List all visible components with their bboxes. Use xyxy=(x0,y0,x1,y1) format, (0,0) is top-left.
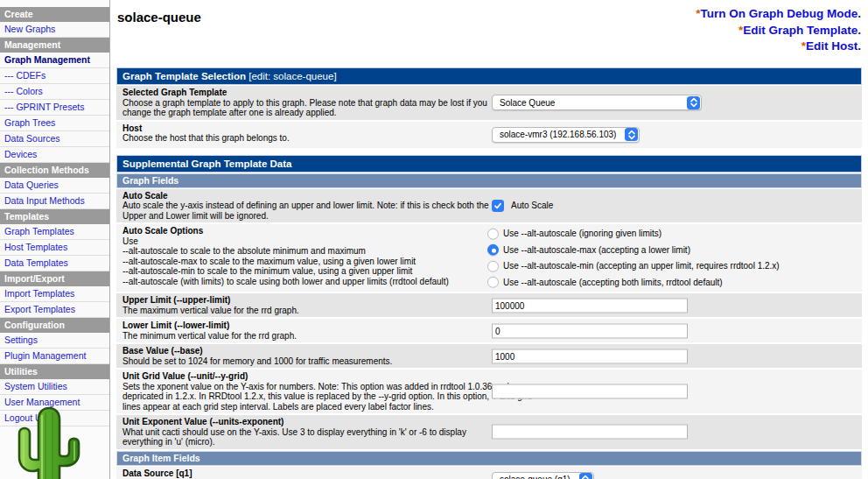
sidebar-item-cdefs[interactable]: --- CDEFs xyxy=(0,68,109,84)
radio-label: Use --alt-autoscale-max (accepting a low… xyxy=(503,245,690,256)
field-title: Unit Grid Value (--unit/--y-grid) xyxy=(122,371,544,382)
radio-icon[interactable] xyxy=(487,260,499,271)
radio-label: Use --alt-autoscale (accepting both limi… xyxy=(503,278,723,288)
field-title: Auto Scale xyxy=(122,191,490,201)
field-control xyxy=(492,323,688,338)
sidebar-item-devices[interactable]: Devices xyxy=(0,147,109,163)
radio-label: Use --alt-autoscale (ignoring given limi… xyxy=(503,229,662,239)
sidebar-header-import-export: Import/Export xyxy=(0,271,109,286)
field-title: Host xyxy=(122,123,490,134)
sidebar-item-graph-management[interactable]: Graph Management xyxy=(0,53,109,68)
section-header-title: Supplemental Graph Template Data xyxy=(122,158,291,169)
auto-scale-options-radio-option-0[interactable]: Use --alt-autoscale (ignoring given limi… xyxy=(487,228,780,239)
sidebar-item-data-input-methods[interactable]: Data Input Methods xyxy=(0,194,109,209)
field-description: The minimum vertical value for the rrd g… xyxy=(122,331,490,342)
base-value-input[interactable] xyxy=(492,349,688,363)
radio-selected-icon[interactable] xyxy=(487,244,499,256)
field-text: Upper Limit (--upper-limit)The maximum v… xyxy=(122,295,490,315)
field-text: Base Value (--base)Should be set to 1024… xyxy=(122,346,490,366)
subsection-header-graph-item-fields: Graph Item Fields xyxy=(116,451,862,466)
field-title: Selected Graph Template xyxy=(122,88,490,98)
field-title: Data Source [q1] xyxy=(122,468,490,479)
field-text: Auto ScaleAuto scale the y-axis instead … xyxy=(122,191,490,222)
section-header-suffix: [edit: solace-queue] xyxy=(246,71,337,81)
top-link-turn-on-graph-debug-mode[interactable]: *Turn On Graph Debug Mode. xyxy=(696,6,861,23)
top-link-edit-graph-template[interactable]: *Edit Graph Template. xyxy=(696,23,861,39)
field-title: Lower Limit (--lower-limit) xyxy=(122,321,490,331)
field-description-line: --alt-autoscale to scale to the absolute… xyxy=(122,246,490,257)
checkmark-icon xyxy=(494,201,502,210)
field-title: Base Value (--base) xyxy=(122,346,490,356)
sidebar-header-management: Management xyxy=(0,38,109,53)
field-text: Lower Limit (--lower-limit)The minimum v… xyxy=(122,321,490,341)
selected-graph-template-select[interactable]: Solace Queue xyxy=(492,95,702,110)
cactus-logo-image xyxy=(10,405,88,479)
radio-icon[interactable] xyxy=(487,228,499,239)
sidebar-header-templates: Templates xyxy=(0,209,109,224)
sidebar-header-utilities: Utilities xyxy=(0,364,109,379)
auto-scale-options-radio-option-1[interactable]: Use --alt-autoscale-max (accepting a low… xyxy=(487,244,780,256)
checkbox-label: Auto Scale xyxy=(511,201,553,211)
radio-icon[interactable] xyxy=(487,277,499,288)
form-row-auto-scale-options: Auto Scale OptionsUse--alt-autoscale to … xyxy=(116,224,862,292)
field-description-line: Use xyxy=(122,236,490,247)
data-source-q1-select[interactable]: solace-queue (q1) xyxy=(492,472,594,479)
sidebar-item-colors[interactable]: --- Colors xyxy=(0,84,109,100)
sidebar-header-create: Create xyxy=(0,7,109,22)
field-control: solace-vmr3 (192.168.56.103) xyxy=(492,127,640,143)
top-link-edit-host[interactable]: *Edit Host. xyxy=(696,39,861,55)
sidebar-item-import-templates[interactable]: Import Templates xyxy=(0,286,109,302)
sidebar-item-export-templates[interactable]: Export Templates xyxy=(0,302,109,318)
sidebar-item-graph-templates[interactable]: Graph Templates xyxy=(0,224,109,240)
field-text: Unit Grid Value (--unit/--y-grid)Sets th… xyxy=(122,371,544,412)
field-control: Use --alt-autoscale (ignoring given limi… xyxy=(487,228,780,288)
select-value: Solace Queue xyxy=(500,98,555,109)
sidebar-item-data-sources[interactable]: Data Sources xyxy=(0,131,109,147)
field-control xyxy=(492,384,688,399)
upper-limit-input[interactable] xyxy=(492,298,688,313)
main-content: *Turn On Graph Debug Mode.*Edit Graph Te… xyxy=(110,0,868,479)
auto-scale-checkbox[interactable] xyxy=(492,200,504,212)
radio-label: Use --alt-autoscale-min (accepting an up… xyxy=(503,261,780,271)
section-header: Supplemental Graph Template Data xyxy=(116,155,862,173)
field-description: The maximum vertical value for the rrd g… xyxy=(122,306,490,316)
lower-limit-input[interactable] xyxy=(492,323,688,338)
sidebar-item-host-templates[interactable]: Host Templates xyxy=(0,240,109,256)
field-text: HostChoose the host that this graph belo… xyxy=(122,123,490,144)
supplemental-graph-template-data-table: Supplemental Graph Template DataGraph Fi… xyxy=(116,155,862,479)
field-description-line: --alt-autoscale-min to scale to the mini… xyxy=(122,266,490,277)
select-value: solace-queue (q1) xyxy=(500,475,570,479)
auto-scale-options-radio-option-2[interactable]: Use --alt-autoscale-min (accepting an up… xyxy=(487,260,780,271)
form-row-unit-grid-value: Unit Grid Value (--unit/--y-grid)Sets th… xyxy=(116,370,862,413)
field-title: Auto Scale Options xyxy=(122,226,490,236)
sidebar-item-data-templates[interactable]: Data Templates xyxy=(0,256,109,271)
sidebar-item-graph-trees[interactable]: Graph Trees xyxy=(0,116,109,131)
host-select[interactable]: solace-vmr3 (192.168.56.103) xyxy=(492,127,640,143)
sidebar-item-gprint-presets[interactable]: --- GPRINT Presets xyxy=(0,100,109,116)
top-link-label: Turn On Graph Debug Mode. xyxy=(701,7,862,20)
field-description-line: --alt-autoscale-max to scale to the maxi… xyxy=(122,257,490,267)
sidebar-item-data-queries[interactable]: Data Queries xyxy=(0,178,109,194)
form-row-auto-scale: Auto ScaleAuto scale the y-axis instead … xyxy=(116,189,862,223)
sidebar-item-new-graphs[interactable]: New Graphs xyxy=(0,22,109,38)
unit-exponent-value-input[interactable] xyxy=(492,425,688,440)
header-action-links: *Turn On Graph Debug Mode.*Edit Graph Te… xyxy=(696,6,861,55)
subsection-header-graph-fields: Graph Fields xyxy=(116,173,862,188)
form-row-base-value: Base Value (--base)Should be set to 1024… xyxy=(116,344,862,368)
sidebar: CreateNew GraphsManagementGraph Manageme… xyxy=(0,0,110,479)
form-row-unit-exponent-value: Unit Exponent Value (--units-exponent)Wh… xyxy=(116,415,862,449)
sidebar-item-settings[interactable]: Settings xyxy=(0,333,109,349)
unit-grid-value-input[interactable] xyxy=(492,384,688,399)
sidebar-item-plugin-management[interactable]: Plugin Management xyxy=(0,349,109,364)
field-title: Unit Exponent Value (--units-exponent) xyxy=(122,417,490,427)
graph-template-selection-table: Graph Template Selection [edit: solace-q… xyxy=(116,67,862,148)
sidebar-item-system-utilities[interactable]: System Utilities xyxy=(0,379,109,395)
auto-scale-options-radio-option-3[interactable]: Use --alt-autoscale (accepting both limi… xyxy=(487,277,780,288)
field-description: What unit cacti should use on the Y-axis… xyxy=(122,427,490,447)
form-row-upper-limit: Upper Limit (--upper-limit)The maximum v… xyxy=(116,293,862,317)
field-text: Unit Exponent Value (--units-exponent)Wh… xyxy=(122,417,490,447)
top-link-label: Edit Host. xyxy=(806,39,861,53)
sidebar-header-configuration: Configuration xyxy=(0,318,109,333)
field-control: Auto Scale xyxy=(492,200,553,212)
form-row-data-source-q1: Data Source [q1]The data source to use f… xyxy=(116,467,862,479)
